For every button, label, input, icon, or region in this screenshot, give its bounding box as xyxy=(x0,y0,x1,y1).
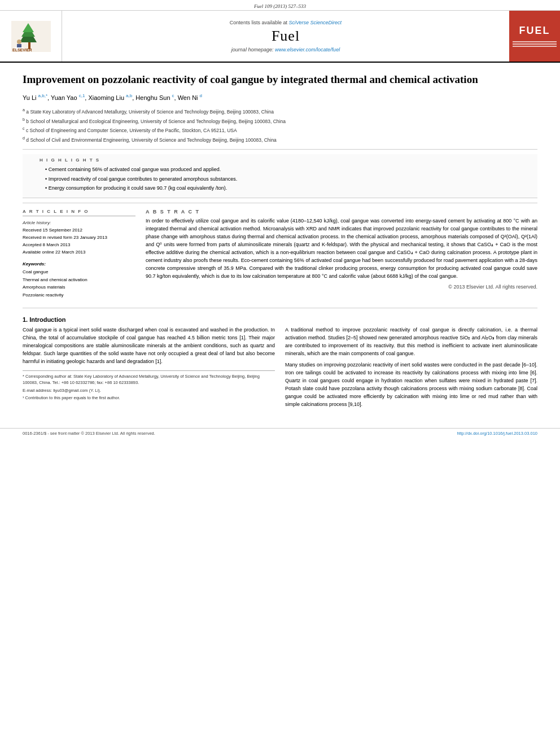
keyword-1: Coal gangue xyxy=(23,268,135,276)
sciverse-link[interactable]: SciVerse ScienceDirect xyxy=(288,20,342,25)
accepted-date: Accepted 8 March 2013 xyxy=(23,242,135,249)
fuel-line-3 xyxy=(513,46,557,47)
keywords-block: Keywords: Coal gangue Thermal and chemic… xyxy=(23,260,135,299)
keywords-label: Keywords: Coal gangue Thermal and chemic… xyxy=(23,260,135,299)
highlight-item-3: Energy consumption for producing it coul… xyxy=(45,184,520,192)
main-content: Improvement on pozzolanic reactivity of … xyxy=(0,63,560,422)
highlights-list: Cement containing 56% of activated coal … xyxy=(40,165,520,192)
highlights-title: H I G H L I G H T S xyxy=(40,158,520,163)
fuel-logo-lines xyxy=(513,40,557,48)
intro-col-right: A traditional method to improve pozzolan… xyxy=(285,326,537,412)
affiliation-a: a a State Key Laboratory of Advanced Met… xyxy=(23,107,537,116)
fuel-logo-box: FUEL xyxy=(509,11,560,62)
affiliation-b: b b School of Metallurgical and Ecologic… xyxy=(23,117,537,125)
divider-3 xyxy=(23,308,537,308)
keyword-3: Amorphous materials xyxy=(23,283,135,291)
homepage-link[interactable]: www.elsevier.com/locate/fuel xyxy=(275,47,340,53)
article-info-header: A R T I C L E I N F O xyxy=(23,209,135,216)
abstract-copyright: © 2013 Elsevier Ltd. All rights reserved… xyxy=(146,284,537,290)
intro-col-left: Coal gangue is a typical inert solid was… xyxy=(23,326,275,412)
intro-para-right-2: Many studies on improving pozzolanic rea… xyxy=(285,361,537,409)
fuel-line-2 xyxy=(513,43,557,45)
article-info-column: A R T I C L E I N F O Article history: R… xyxy=(23,209,135,303)
affiliation-d: d d School of Civil and Environmental En… xyxy=(23,136,537,144)
svg-point-5 xyxy=(17,40,21,44)
affiliation-c: c c School of Engineering and Computer S… xyxy=(23,126,537,134)
journal-reference: Fuel 109 (2013) 527–533 xyxy=(254,3,306,9)
highlight-item-2: Improved reactivity of coal gangue contr… xyxy=(45,175,520,183)
divider-2 xyxy=(23,203,537,203)
footnote-contribution: ¹ Contribution to this paper equals to t… xyxy=(23,395,275,401)
affiliations: a a State Key Laboratory of Advanced Met… xyxy=(23,107,537,143)
intro-para-right-1: A traditional method to improve pozzolan… xyxy=(285,326,537,358)
bottom-bar: 0016-2361/$ - see front matter © 2013 El… xyxy=(0,428,560,438)
journal-center: Contents lists available at SciVerse Sci… xyxy=(62,11,509,62)
introduction-body: Coal gangue is a typical inert solid was… xyxy=(23,326,537,412)
article-title: Improvement on pozzolanic reactivity of … xyxy=(23,73,537,87)
authors-line: Yu Li a,b,*, Yuan Yao c,1, Xiaoming Liu … xyxy=(23,93,537,103)
abstract-header: A B S T R A C T xyxy=(146,209,537,215)
keyword-4: Pozzolanic reactivity xyxy=(23,291,135,299)
available-date: Available online 22 March 2013 xyxy=(23,249,135,256)
journal-name: Fuel xyxy=(272,28,300,45)
doi-text[interactable]: http://dx.doi.org/10.1016/j.fuel.2013.03… xyxy=(457,431,537,436)
intro-para-1: Coal gangue is a typical inert solid was… xyxy=(23,326,275,366)
divider-1 xyxy=(23,149,537,150)
issn-text: 0016-2361/$ - see front matter © 2013 El… xyxy=(23,431,155,436)
svg-text:ELSEVIER: ELSEVIER xyxy=(12,48,32,52)
abstract-text: In order to effectively utilize coal gan… xyxy=(146,217,537,281)
footnote-corresponding: * Corresponding author at: State Key Lab… xyxy=(23,373,275,386)
elsevier-art-illustration: ELSEVIER xyxy=(11,21,51,52)
abstract-column: A B S T R A C T In order to effectively … xyxy=(146,209,537,303)
top-bar: Fuel 109 (2013) 527–533 xyxy=(0,0,560,11)
history-label: Article history: xyxy=(23,220,135,227)
contents-text: Contents lists available at xyxy=(230,20,289,25)
article-history: Article history: Received 15 September 2… xyxy=(23,220,135,299)
fuel-logo-title: FUEL xyxy=(519,25,550,37)
article-info-abstract: A R T I C L E I N F O Article history: R… xyxy=(23,209,537,303)
history-block: Article history: Received 15 September 2… xyxy=(23,220,135,256)
introduction-title: 1. Introduction xyxy=(23,316,537,323)
keyword-2: Thermal and chemical activation xyxy=(23,276,135,284)
highlight-item-1: Cement containing 56% of activated coal … xyxy=(45,165,520,173)
footnote-email: E-mail address: liyu03@gmail.com (Y. Li)… xyxy=(23,387,275,394)
sciverse-line: Contents lists available at SciVerse Sci… xyxy=(230,20,342,25)
received-revised-date: Received in revised form 23 January 2013 xyxy=(23,234,135,242)
footnotes: * Corresponding author at: State Key Lab… xyxy=(23,370,275,401)
homepage-line: journal homepage: www.elsevier.com/locat… xyxy=(231,47,340,53)
journal-header: ELSEVIER Contents lists available at Sci… xyxy=(0,11,560,63)
elsevier-logo: ELSEVIER xyxy=(0,11,62,62)
homepage-label: journal homepage: xyxy=(231,47,275,53)
highlights-section: H I G H L I G H T S Cement containing 56… xyxy=(23,154,537,198)
received-date: Received 15 September 2012 xyxy=(23,227,135,234)
fuel-line-1 xyxy=(513,41,557,42)
